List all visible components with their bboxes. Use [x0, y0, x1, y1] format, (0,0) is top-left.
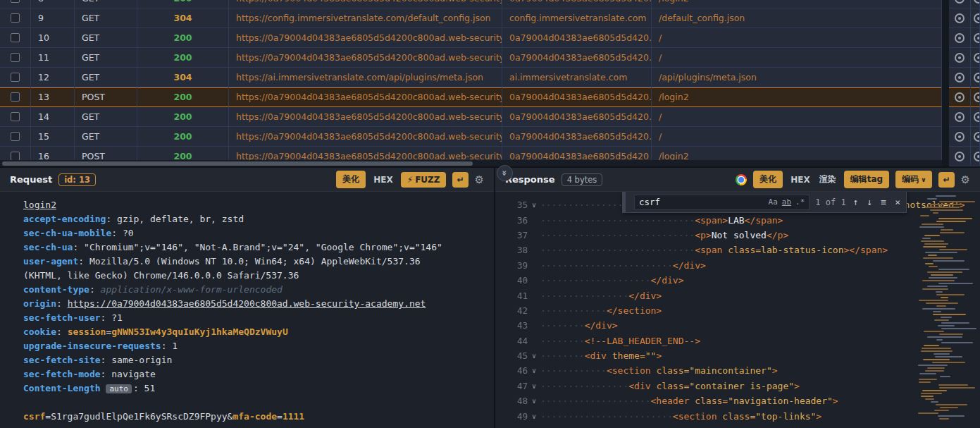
line-number: 49 — [501, 411, 528, 422]
settings-gear-icon[interactable]: ⚙ — [961, 173, 970, 186]
table-horizontal-scrollbar[interactable] — [0, 160, 942, 166]
clipped-eye-icon — [971, 8, 980, 28]
whole-word-icon[interactable]: ab — [782, 197, 791, 207]
scrollbar-thumb[interactable] — [2, 161, 473, 166]
minimap[interactable] — [917, 192, 977, 428]
table-row[interactable]: 13POST200https://0a79004d04383ae6805d5d4… — [0, 87, 980, 107]
find-in-selection-icon[interactable]: ≡ — [879, 197, 888, 207]
preview-eye-icon[interactable] — [949, 87, 971, 107]
fold-chevron-icon[interactable]: ∨ — [528, 397, 540, 405]
regex-icon[interactable]: .* — [795, 197, 805, 207]
preview-eye-icon[interactable] — [949, 147, 971, 166]
preview-eye-icon[interactable] — [949, 8, 971, 28]
traffic-table-rows: 8GET200https://0a79004d04383ae6805d5d420… — [0, 0, 980, 166]
row-url: https://config.immersivetranslate.com/de… — [229, 8, 502, 28]
table-row[interactable]: 8GET200https://0a79004d04383ae6805d5d420… — [0, 0, 980, 8]
request-line: csrf=S1rga7gudlElpQe1Fk6ySRscDZ9FPpyy&mf… — [23, 410, 485, 424]
table-row[interactable]: 14GET200https://0a79004d04383ae6805d5d42… — [0, 107, 980, 127]
collapse-panels-button[interactable]: » — [497, 165, 513, 181]
hex-button[interactable]: HEX — [789, 172, 812, 188]
request-line: upgrade-insecure-requests: 1 — [23, 339, 485, 353]
line-number: 45 — [501, 350, 528, 361]
table-row[interactable]: 12GET304https://ai.immersivetranslate.co… — [0, 68, 980, 87]
table-column-gap — [942, 8, 949, 28]
preview-eye-icon[interactable] — [949, 127, 971, 147]
wrap-line-button[interactable]: ↵ — [452, 172, 468, 188]
find-close-icon[interactable]: × — [893, 197, 902, 207]
fuzz-button-label: FUZZ — [415, 175, 440, 185]
row-checkbox[interactable] — [0, 48, 31, 68]
preview-eye-icon[interactable] — [949, 28, 971, 48]
row-checkbox[interactable] — [0, 8, 31, 28]
encoding-button[interactable]: 编码 ∨ — [895, 171, 932, 188]
find-widget-grip[interactable] — [623, 192, 626, 212]
find-next-icon[interactable]: ↓ — [866, 197, 874, 207]
request-line: sec-fetch-user: ?1 — [23, 311, 485, 325]
response-code-lines: 35∨························<div class='w… — [495, 192, 980, 424]
lightning-icon: ⚡ — [407, 175, 413, 185]
edit-tag-button[interactable]: 编辑tag — [844, 171, 889, 188]
row-checkbox[interactable] — [0, 0, 31, 8]
response-editor[interactable]: 35∨························<div class='w… — [495, 192, 980, 428]
detail-panels: Request id: 13 美化 HEX ⚡ FUZZ ↵ ⚙ login2a… — [0, 166, 980, 428]
request-line: cookie: session=gNWN53Iw4y3quIuKyj1hkaMe… — [23, 325, 485, 339]
match-case-icon[interactable]: Aa — [769, 197, 778, 207]
row-checkbox[interactable] — [0, 28, 31, 48]
find-widget: csrf Aa ab .* 1 of 1 ↑ ↓ ≡ × — [622, 192, 907, 213]
clipped-eye-icon — [971, 127, 980, 147]
preview-eye-icon[interactable] — [949, 68, 971, 87]
fold-chevron-icon[interactable]: ∨ — [528, 201, 540, 209]
table-column-gap — [942, 147, 949, 166]
line-number: 39 — [501, 260, 528, 271]
request-editor[interactable]: login2accept-encoding: gzip, deflate, br… — [0, 192, 494, 428]
row-status: 200 — [137, 0, 229, 8]
chrome-browser-icon[interactable] — [736, 174, 747, 185]
render-button[interactable]: 渲染 — [818, 171, 838, 188]
row-path: /login2 — [652, 87, 942, 107]
code-text: ····················<header class="navig… — [540, 396, 838, 406]
find-input[interactable]: csrf Aa ab .* — [634, 195, 810, 210]
row-status: 304 — [137, 8, 229, 28]
table-column-gap — [942, 107, 949, 127]
fold-chevron-icon[interactable]: ∨ — [528, 352, 540, 360]
table-row[interactable]: 10GET200https://0a79004d04383ae6805d5d42… — [0, 28, 980, 48]
row-status: 200 — [137, 48, 229, 68]
request-id-badge: id: 13 — [58, 173, 96, 186]
row-checkbox[interactable] — [0, 68, 31, 87]
row-number: 12 — [31, 68, 75, 87]
code-line: 39························</div> — [501, 258, 980, 273]
table-row[interactable]: 15GET200https://0a79004d04383ae6805d5d42… — [0, 127, 980, 147]
preview-eye-icon[interactable] — [949, 48, 971, 68]
fold-chevron-icon[interactable]: ∨ — [528, 382, 540, 390]
row-checkbox[interactable] — [0, 107, 31, 127]
beautify-button[interactable]: 美化 — [336, 171, 366, 188]
settings-gear-icon[interactable]: ⚙ — [475, 173, 484, 186]
wrap-line-button[interactable]: ↵ — [938, 172, 954, 188]
row-checkbox[interactable] — [0, 127, 31, 147]
line-number: 38 — [501, 245, 528, 255]
fold-chevron-icon[interactable]: ∨ — [528, 412, 540, 420]
beautify-button[interactable]: 美化 — [753, 171, 783, 188]
preview-eye-icon[interactable] — [949, 0, 971, 8]
row-url: https://0a79004d04383ae6805d5d4200c800ad… — [229, 107, 502, 127]
clipped-eye-icon — [971, 147, 980, 166]
table-row[interactable]: 9GET304https://config.immersivetranslate… — [0, 8, 980, 28]
row-host: 0a79004d04383ae6805d5d420... — [502, 107, 652, 127]
hex-button[interactable]: HEX — [372, 172, 395, 188]
row-host: 0a79004d04383ae6805d5d420... — [502, 87, 652, 107]
find-previous-icon[interactable]: ↑ — [852, 197, 860, 207]
request-panel-title: Request — [10, 174, 52, 185]
line-number: 47 — [501, 381, 528, 391]
table-column-gap — [942, 127, 949, 147]
row-checkbox[interactable] — [0, 87, 31, 107]
fuzz-button[interactable]: ⚡ FUZZ — [401, 172, 447, 188]
fold-chevron-icon[interactable]: ∨ — [528, 367, 540, 374]
row-status: 200 — [137, 28, 229, 48]
response-panel: Response 4 bytes 美化 HEX 渲染 编辑tag 编码 ∨ ↵ … — [495, 168, 980, 428]
row-url: https://0a79004d04383ae6805d5d4200c800ad… — [229, 127, 502, 147]
line-number: 37 — [501, 230, 528, 240]
row-status: 200 — [137, 127, 229, 147]
response-panel-title: Response — [505, 174, 555, 185]
preview-eye-icon[interactable] — [949, 107, 971, 127]
table-row[interactable]: 11GET200https://0a79004d04383ae6805d5d42… — [0, 48, 980, 68]
